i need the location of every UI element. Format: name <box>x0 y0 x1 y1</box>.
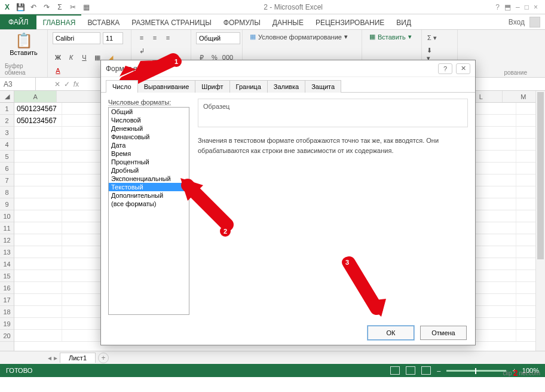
cell[interactable] <box>14 222 62 234</box>
underline-button[interactable]: Ч <box>79 52 90 63</box>
dialog-tab[interactable]: Шрифт <box>195 80 229 93</box>
cell[interactable] <box>14 174 62 186</box>
format-list-item[interactable]: Экспоненциальный <box>109 174 189 183</box>
cell[interactable] <box>14 318 62 329</box>
cell[interactable] <box>14 306 62 317</box>
fill-button[interactable]: ⬇ ▾ <box>427 49 437 60</box>
format-list-item[interactable]: Числовой <box>109 116 189 124</box>
sheet-nav-next-icon[interactable]: ▸ <box>54 354 57 362</box>
format-list-item[interactable]: Время <box>109 149 189 158</box>
cell[interactable] <box>469 210 516 222</box>
cell[interactable] <box>469 318 516 329</box>
dialog-tab[interactable]: Граница <box>229 80 268 93</box>
name-box[interactable]: A3 <box>0 78 36 90</box>
cell[interactable] <box>469 222 516 234</box>
align-top-icon[interactable]: ≡ <box>136 32 147 43</box>
row-header[interactable]: 15 <box>0 270 14 282</box>
help-icon[interactable]: ? <box>495 3 500 11</box>
cell[interactable] <box>469 270 516 281</box>
font-color-button[interactable]: A <box>53 65 63 76</box>
cell[interactable] <box>14 186 62 198</box>
tab-view[interactable]: ВИД <box>390 14 417 29</box>
maximize-icon[interactable]: □ <box>525 3 529 11</box>
cell[interactable] <box>469 127 516 138</box>
dialog-tab[interactable]: Число <box>106 80 138 93</box>
paste-icon[interactable]: 📋 <box>15 32 33 49</box>
fx-ok-icon[interactable]: ✓ <box>64 80 70 88</box>
cell[interactable] <box>14 294 62 305</box>
cell[interactable] <box>14 282 62 293</box>
dialog-tab[interactable]: Защита <box>305 80 341 93</box>
view-normal-icon[interactable] <box>390 366 400 375</box>
tab-page-layout[interactable]: РАЗМЕТКА СТРАНИЦЫ <box>125 14 218 29</box>
row-header[interactable]: 12 <box>0 234 14 246</box>
bold-button[interactable]: Ж <box>53 52 63 63</box>
cell[interactable] <box>469 234 516 246</box>
open-icon[interactable]: ▦ <box>81 2 91 12</box>
close-icon[interactable]: × <box>534 3 538 11</box>
cut-icon[interactable]: ✂ <box>68 2 78 12</box>
cell[interactable] <box>14 127 62 138</box>
view-page-layout-icon[interactable] <box>406 366 415 375</box>
format-list-item[interactable]: Дополнительный <box>109 191 189 200</box>
login-link[interactable]: Вход <box>509 18 525 26</box>
cell[interactable] <box>14 258 62 270</box>
cancel-button[interactable]: Отмена <box>420 326 467 340</box>
row-header[interactable]: 5 <box>0 151 14 163</box>
cell[interactable] <box>469 282 516 293</box>
row-header[interactable]: 17 <box>0 294 14 306</box>
cell[interactable] <box>469 258 516 270</box>
format-list-item[interactable]: Дата <box>109 141 189 149</box>
row-header[interactable]: 14 <box>0 258 14 270</box>
select-all-corner[interactable]: ◢ <box>0 91 14 103</box>
font-size-input[interactable] <box>103 32 123 44</box>
cell[interactable] <box>469 186 516 198</box>
format-list-item[interactable]: Процентный <box>109 158 189 166</box>
zoom-slider[interactable] <box>446 370 506 372</box>
number-format-dropdown[interactable] <box>196 32 240 44</box>
tab-review[interactable]: РЕЦЕНЗИРОВАНИЕ <box>310 14 390 29</box>
autosum-icon[interactable]: Σ <box>55 2 65 12</box>
minimize-icon[interactable]: – <box>516 3 520 11</box>
row-header[interactable]: 8 <box>0 186 14 198</box>
cell[interactable]: 0501234567 <box>14 103 62 114</box>
cell[interactable] <box>469 294 516 305</box>
dialog-help-button[interactable]: ? <box>438 63 452 74</box>
row-header[interactable]: 2 <box>0 115 14 127</box>
cell[interactable] <box>469 174 516 186</box>
sheet-tab-1[interactable]: Лист1 <box>60 353 96 363</box>
cell[interactable]: 0501234567 <box>14 115 62 126</box>
format-list-item[interactable]: Финансовый <box>109 133 189 141</box>
conditional-formatting-button[interactable]: ▦Условное форматирование ▾ <box>247 32 350 41</box>
dialog-tab[interactable]: Заливка <box>267 80 305 93</box>
cell[interactable] <box>14 198 62 210</box>
cells-insert-button[interactable]: ▦ Вставить ▾ <box>367 32 414 41</box>
undo-icon[interactable]: ↶ <box>29 2 38 12</box>
zoom-out-icon[interactable]: – <box>437 367 440 374</box>
cell[interactable] <box>14 139 62 150</box>
row-header[interactable]: 11 <box>0 222 14 234</box>
cell[interactable] <box>469 103 516 114</box>
row-header[interactable]: 6 <box>0 163 14 174</box>
tab-file[interactable]: ФАЙЛ <box>0 14 36 29</box>
tab-data[interactable]: ДАННЫЕ <box>267 14 310 29</box>
cell[interactable] <box>14 330 62 341</box>
cell[interactable] <box>469 139 516 150</box>
sheet-nav-prev-icon[interactable]: ◂ <box>48 354 51 362</box>
add-sheet-button[interactable]: + <box>98 353 109 363</box>
row-header[interactable]: 9 <box>0 198 14 210</box>
cell[interactable] <box>469 163 516 174</box>
fx-icon[interactable]: fx <box>74 80 79 88</box>
tab-insert[interactable]: ВСТАВКА <box>81 14 125 29</box>
cell[interactable] <box>469 115 516 126</box>
cell[interactable] <box>14 234 62 246</box>
user-icon[interactable] <box>529 17 540 27</box>
cell[interactable] <box>14 151 62 162</box>
italic-button[interactable]: К <box>66 52 76 63</box>
row-header[interactable]: 3 <box>0 127 14 139</box>
save-icon[interactable]: 💾 <box>16 2 25 12</box>
vertical-scrollbar[interactable] <box>535 91 545 351</box>
font-name-input[interactable] <box>53 32 100 44</box>
cell[interactable] <box>14 163 62 174</box>
cell[interactable] <box>469 198 516 210</box>
